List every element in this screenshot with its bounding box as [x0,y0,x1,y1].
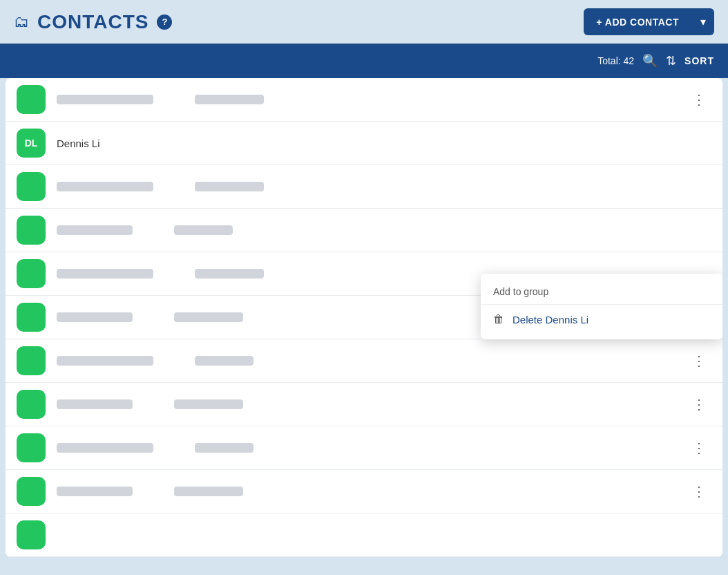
detail-skeleton [195,182,264,191]
add-contact-button[interactable]: + ADD CONTACT ▾ [584,8,714,35]
contact-info: Dennis Li [57,138,711,149]
table-row [6,209,722,252]
more-button[interactable]: ⋮ [687,393,711,415]
contact-list: ⋮ DL Dennis Li Add to group 🗑 Delete Den… [6,78,722,557]
name-skeleton [57,487,133,496]
name-skeleton [57,225,133,235]
sort-button[interactable]: SORT [684,55,714,66]
more-button[interactable]: ⋮ [687,350,711,372]
total-count: Total: 42 [597,55,634,66]
detail-skeleton [195,95,264,104]
contact-name: Dennis Li [57,138,100,149]
avatar [17,477,46,506]
contact-info [57,225,711,235]
detail-skeleton [195,443,253,453]
detail-skeleton [174,487,243,496]
name-skeleton [57,95,153,104]
name-skeleton [57,356,153,366]
name-skeleton [57,182,153,191]
table-row: DL Dennis Li Add to group 🗑 Delete Denni… [6,122,722,165]
avatar [17,216,46,245]
more-button[interactable]: ⋮ [687,480,711,502]
name-skeleton [57,312,133,322]
delete-contact-item[interactable]: 🗑 Delete Dennis Li [481,305,722,334]
table-row: ⋮ [6,426,722,470]
help-icon[interactable]: ? [157,15,172,30]
header: 🗂 CONTACTS ? + ADD CONTACT ▾ [0,0,728,44]
detail-skeleton [174,312,243,322]
context-menu-header: Add to group [481,279,722,305]
table-row: ⋮ [6,470,722,513]
context-menu: Add to group 🗑 Delete Dennis Li [481,274,722,339]
search-icon[interactable]: 🔍 [642,53,658,68]
name-skeleton [57,443,153,453]
avatar [17,346,46,375]
add-contact-label: + ADD CONTACT [584,10,691,35]
filter-icon[interactable]: ⇅ [666,53,676,68]
avatar: DL [17,129,46,158]
detail-skeleton [195,356,253,366]
name-skeleton [57,269,153,279]
avatar [17,433,46,462]
avatar [17,172,46,201]
table-row: ⋮ [6,78,722,122]
avatar [17,85,46,114]
table-row: ⋮ [6,383,722,426]
contact-info [57,356,687,366]
contact-info [57,182,711,191]
table-row [6,513,722,557]
avatar [17,303,46,332]
contact-info [57,399,687,409]
detail-skeleton [174,225,233,235]
detail-skeleton [195,269,264,279]
more-button[interactable]: ⋮ [687,437,711,459]
more-button[interactable]: ⋮ [687,88,711,111]
contacts-icon: 🗂 [14,13,29,31]
contact-info [57,95,687,104]
detail-skeleton [174,399,243,409]
contact-info [57,443,687,453]
dropdown-arrow-icon[interactable]: ▾ [692,8,714,35]
delete-label: Delete Dennis Li [513,314,588,326]
toolbar: Total: 42 🔍 ⇅ SORT [0,44,728,78]
trash-icon: 🗑 [493,313,504,326]
avatar [17,259,46,288]
name-skeleton [57,399,133,409]
header-left: 🗂 CONTACTS ? [14,11,172,33]
avatar [17,390,46,419]
table-row: ⋮ [6,339,722,383]
page-title: CONTACTS [37,11,149,33]
contact-info [57,487,687,496]
avatar [17,520,46,549]
table-row [6,165,722,209]
